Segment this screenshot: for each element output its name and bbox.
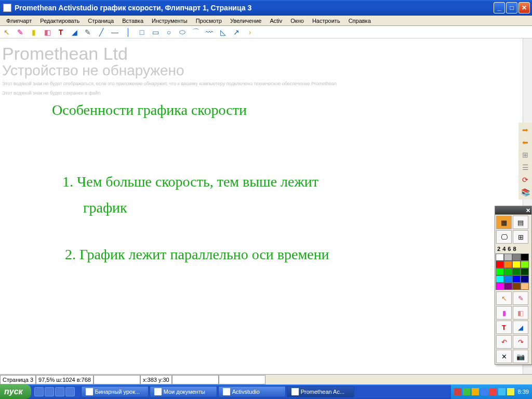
color-swatch[interactable] — [521, 268, 529, 275]
menu-activ[interactable]: Activ — [265, 17, 286, 25]
pen2-tool[interactable]: ✎ — [82, 27, 94, 37]
menu-help[interactable]: Справка — [344, 17, 375, 25]
color-swatch[interactable] — [504, 254, 512, 261]
color-swatch[interactable] — [504, 275, 512, 283]
refresh-icon[interactable]: ⟳ — [520, 175, 530, 185]
maximize-button[interactable]: □ — [506, 2, 517, 14]
color-swatch[interactable] — [512, 283, 521, 290]
menu-settings[interactable]: Настроить — [308, 17, 344, 25]
palette-camera-icon[interactable]: 📷 — [513, 350, 528, 363]
color-swatch[interactable] — [521, 275, 529, 283]
palette-clear-icon[interactable]: ✕ — [496, 350, 512, 363]
layers-icon[interactable]: ☰ — [520, 162, 530, 172]
palette-undo-icon[interactable]: ↶ — [496, 335, 512, 349]
tray-icon[interactable] — [472, 388, 479, 395]
menu-zoom[interactable]: Увеличение — [226, 17, 266, 25]
tray-icon[interactable] — [454, 388, 461, 395]
chevron-tool[interactable]: › — [244, 27, 256, 37]
line-tool[interactable]: ╱ — [96, 27, 107, 37]
width-6[interactable]: 6 — [508, 246, 511, 252]
palette-fill-icon[interactable]: ◢ — [513, 321, 528, 334]
fill-tool[interactable]: ◢ — [69, 27, 80, 37]
ql-icon-1[interactable] — [34, 387, 44, 396]
library-icon[interactable]: 📚 — [520, 187, 530, 197]
callout-tool[interactable]: ◺ — [217, 27, 229, 37]
menu-window[interactable]: Окно — [286, 17, 308, 25]
color-swatch[interactable] — [496, 254, 504, 261]
taskbar-task[interactable]: Activstudio — [218, 386, 286, 397]
tray-icon[interactable] — [489, 388, 497, 395]
highlighter-tool[interactable]: ▮ — [28, 27, 39, 37]
prev-page-icon[interactable]: ⬅ — [520, 137, 530, 148]
palette-close-icon[interactable]: ✕ — [526, 207, 530, 214]
task-label: Activstudio — [232, 389, 260, 395]
arrow-tool[interactable]: ↗ — [231, 27, 242, 37]
palette-windows-icon[interactable]: ⊞ — [513, 230, 528, 244]
taskbar-task[interactable]: Мои документы — [150, 386, 217, 397]
palette-pen-icon[interactable]: ✎ — [513, 291, 528, 305]
arc-tool[interactable]: ⌒ — [190, 27, 202, 37]
palette-page-icon[interactable]: ▤ — [513, 216, 528, 229]
color-swatch[interactable] — [496, 283, 504, 290]
ql-icon-3[interactable] — [55, 387, 64, 396]
pen-tool[interactable]: ✎ — [15, 27, 26, 37]
close-button[interactable]: ✕ — [518, 2, 530, 14]
menu-view[interactable]: Просмотр — [192, 17, 226, 25]
palette-monitor-icon[interactable]: 🖵 — [496, 230, 512, 244]
color-swatch[interactable] — [496, 268, 504, 275]
ql-icon-2[interactable] — [45, 387, 54, 396]
tool-palette[interactable]: ✕ ▦ ▤ 🖵 ⊞ 2 4 6 8 ↖ ✎ ▮ ◧ T ◢ ↶ ↷ ✕ 📷 — [495, 206, 532, 365]
circle-tool[interactable]: ○ — [163, 27, 175, 37]
minimize-button[interactable]: _ — [494, 2, 505, 14]
color-swatch[interactable] — [512, 261, 521, 268]
eraser-tool[interactable]: ◧ — [42, 27, 53, 37]
color-swatch[interactable] — [521, 283, 529, 290]
tray-icon[interactable] — [481, 388, 488, 395]
width-2[interactable]: 2 — [497, 246, 500, 252]
color-swatch[interactable] — [512, 275, 521, 283]
color-swatch[interactable] — [496, 261, 504, 268]
vline-tool[interactable]: │ — [123, 27, 134, 37]
menu-flipchart[interactable]: Флипчарт — [2, 17, 36, 25]
palette-highlighter-icon[interactable]: ▮ — [496, 306, 512, 320]
color-swatch[interactable] — [496, 275, 504, 283]
flipchart-canvas[interactable]: Promethean Ltd Устройство не обнаружено … — [0, 38, 532, 374]
start-button[interactable]: пуск — [0, 384, 31, 399]
clock[interactable]: 8:39 — [516, 389, 529, 395]
menu-page[interactable]: Страница — [84, 17, 118, 25]
menu-tools[interactable]: Инструменты — [148, 17, 192, 25]
palette-doc-icon[interactable]: ▦ — [496, 216, 512, 229]
tray-icon[interactable] — [498, 388, 506, 395]
quick-launch — [31, 387, 78, 396]
tray-icon[interactable] — [507, 388, 514, 395]
square-tool[interactable]: □ — [136, 27, 148, 37]
palette-header[interactable]: ✕ — [495, 206, 531, 215]
taskbar-task[interactable]: Promethean Ac... — [287, 386, 354, 397]
menu-edit[interactable]: Редактировать — [36, 17, 84, 25]
ql-icon-4[interactable] — [65, 387, 75, 396]
hline-tool[interactable]: — — [109, 27, 121, 37]
color-swatch[interactable] — [504, 268, 512, 275]
ellipse-tool[interactable]: ⬭ — [177, 27, 188, 37]
tree-icon[interactable]: ⊞ — [520, 150, 530, 160]
menu-insert[interactable]: Вставка — [118, 17, 148, 25]
palette-eraser-icon[interactable]: ◧ — [513, 306, 528, 320]
color-swatch[interactable] — [521, 254, 529, 261]
color-swatch[interactable] — [504, 261, 512, 268]
color-swatch[interactable] — [512, 254, 521, 261]
curve-tool[interactable]: 〰 — [204, 27, 215, 37]
palette-cursor-icon[interactable]: ↖ — [496, 291, 512, 305]
width-8[interactable]: 8 — [513, 246, 516, 252]
rect-tool[interactable]: ▭ — [150, 27, 161, 37]
taskbar-task[interactable]: Бинарный урок... — [81, 386, 149, 397]
text-tool[interactable]: T — [55, 27, 66, 37]
cursor-tool[interactable]: ↖ — [1, 27, 12, 37]
next-page-icon[interactable]: ➡ — [520, 125, 530, 135]
color-swatch[interactable] — [512, 268, 521, 275]
width-4[interactable]: 4 — [502, 246, 506, 252]
palette-redo-icon[interactable]: ↷ — [513, 335, 528, 349]
color-swatch[interactable] — [504, 283, 512, 290]
palette-text-icon[interactable]: T — [496, 321, 512, 334]
tray-icon[interactable] — [463, 388, 470, 395]
color-swatch[interactable] — [521, 261, 529, 268]
